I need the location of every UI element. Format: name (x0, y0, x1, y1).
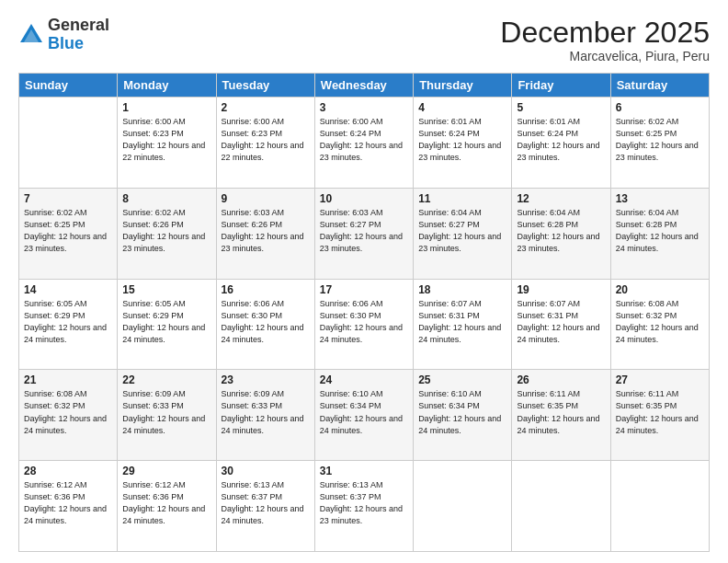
calendar-cell: 1Sunrise: 6:00 AMSunset: 6:23 PMDaylight… (118, 98, 216, 189)
calendar-cell: 28Sunrise: 6:12 AMSunset: 6:36 PMDayligh… (19, 461, 118, 552)
calendar-cell: 8Sunrise: 6:02 AMSunset: 6:26 PMDaylight… (118, 188, 216, 279)
calendar-cell: 15Sunrise: 6:05 AMSunset: 6:29 PMDayligh… (118, 279, 216, 370)
calendar-cell (19, 98, 118, 189)
day-number: 29 (122, 465, 210, 477)
calendar-cell: 6Sunrise: 6:02 AMSunset: 6:25 PMDaylight… (610, 98, 709, 189)
calendar-table: SundayMondayTuesdayWednesdayThursdayFrid… (18, 73, 710, 552)
title-block: December 2025 Marcavelica, Piura, Peru (500, 17, 710, 63)
calendar-week-5: 28Sunrise: 6:12 AMSunset: 6:36 PMDayligh… (19, 461, 710, 552)
weekday-header-friday: Friday (512, 74, 610, 98)
calendar-cell: 10Sunrise: 6:03 AMSunset: 6:27 PMDayligh… (314, 188, 413, 279)
day-number: 2 (222, 101, 310, 114)
calendar-cell: 13Sunrise: 6:04 AMSunset: 6:28 PMDayligh… (610, 188, 709, 279)
calendar-cell: 4Sunrise: 6:01 AMSunset: 6:24 PMDaylight… (414, 98, 512, 189)
day-info: Sunrise: 6:00 AMSunset: 6:24 PMDaylight:… (320, 116, 408, 164)
calendar-cell: 23Sunrise: 6:09 AMSunset: 6:33 PMDayligh… (216, 370, 314, 461)
day-info: Sunrise: 6:03 AMSunset: 6:27 PMDaylight:… (320, 207, 408, 255)
calendar-cell: 24Sunrise: 6:10 AMSunset: 6:34 PMDayligh… (314, 370, 413, 461)
day-info: Sunrise: 6:13 AMSunset: 6:37 PMDaylight:… (222, 479, 310, 527)
day-number: 17 (320, 283, 408, 296)
calendar-cell: 29Sunrise: 6:12 AMSunset: 6:36 PMDayligh… (118, 461, 216, 552)
day-number: 12 (517, 192, 605, 205)
calendar-cell: 26Sunrise: 6:11 AMSunset: 6:35 PMDayligh… (512, 370, 610, 461)
header: General Blue December 2025 Marcavelica, … (18, 17, 710, 63)
day-info: Sunrise: 6:01 AMSunset: 6:24 PMDaylight:… (517, 116, 605, 164)
day-info: Sunrise: 6:02 AMSunset: 6:26 PMDaylight:… (122, 207, 210, 255)
day-info: Sunrise: 6:12 AMSunset: 6:36 PMDaylight:… (122, 479, 210, 527)
day-info: Sunrise: 6:08 AMSunset: 6:32 PMDaylight:… (616, 298, 704, 346)
calendar-cell: 3Sunrise: 6:00 AMSunset: 6:24 PMDaylight… (314, 98, 413, 189)
day-info: Sunrise: 6:10 AMSunset: 6:34 PMDaylight:… (418, 388, 506, 436)
day-number: 4 (418, 101, 506, 114)
day-info: Sunrise: 6:06 AMSunset: 6:30 PMDaylight:… (320, 298, 408, 346)
day-info: Sunrise: 6:07 AMSunset: 6:31 PMDaylight:… (418, 298, 506, 346)
calendar-cell: 25Sunrise: 6:10 AMSunset: 6:34 PMDayligh… (414, 370, 512, 461)
day-number: 9 (222, 192, 310, 205)
month-title: December 2025 (500, 17, 710, 49)
day-info: Sunrise: 6:04 AMSunset: 6:28 PMDaylight:… (616, 207, 704, 255)
day-number: 19 (517, 283, 605, 296)
calendar-week-1: 1Sunrise: 6:00 AMSunset: 6:23 PMDaylight… (19, 98, 710, 189)
logo-text: General Blue (48, 17, 109, 53)
day-info: Sunrise: 6:08 AMSunset: 6:32 PMDaylight:… (24, 388, 112, 436)
day-info: Sunrise: 6:02 AMSunset: 6:25 PMDaylight:… (616, 116, 704, 164)
day-number: 7 (24, 192, 112, 205)
day-number: 5 (517, 101, 605, 114)
day-info: Sunrise: 6:00 AMSunset: 6:23 PMDaylight:… (122, 116, 210, 164)
day-info: Sunrise: 6:00 AMSunset: 6:23 PMDaylight:… (222, 116, 310, 164)
calendar-week-3: 14Sunrise: 6:05 AMSunset: 6:29 PMDayligh… (19, 279, 710, 370)
day-info: Sunrise: 6:10 AMSunset: 6:34 PMDaylight:… (320, 388, 408, 436)
calendar-cell: 20Sunrise: 6:08 AMSunset: 6:32 PMDayligh… (610, 279, 709, 370)
calendar-cell (512, 461, 610, 552)
day-info: Sunrise: 6:02 AMSunset: 6:25 PMDaylight:… (24, 207, 112, 255)
day-number: 24 (320, 373, 408, 386)
day-info: Sunrise: 6:11 AMSunset: 6:35 PMDaylight:… (517, 388, 605, 436)
day-number: 1 (122, 101, 210, 114)
day-number: 18 (418, 283, 506, 296)
calendar-cell (414, 461, 512, 552)
calendar-cell: 11Sunrise: 6:04 AMSunset: 6:27 PMDayligh… (414, 188, 512, 279)
day-number: 20 (616, 283, 704, 296)
day-number: 6 (616, 101, 704, 114)
day-number: 16 (222, 283, 310, 296)
calendar-week-2: 7Sunrise: 6:02 AMSunset: 6:25 PMDaylight… (19, 188, 710, 279)
day-number: 8 (122, 192, 210, 205)
day-info: Sunrise: 6:11 AMSunset: 6:35 PMDaylight:… (616, 388, 704, 436)
logo: General Blue (18, 17, 109, 53)
day-info: Sunrise: 6:05 AMSunset: 6:29 PMDaylight:… (24, 298, 112, 346)
calendar-cell: 2Sunrise: 6:00 AMSunset: 6:23 PMDaylight… (216, 98, 314, 189)
day-number: 23 (222, 373, 310, 386)
day-info: Sunrise: 6:05 AMSunset: 6:29 PMDaylight:… (122, 298, 210, 346)
day-number: 13 (616, 192, 704, 205)
calendar-week-4: 21Sunrise: 6:08 AMSunset: 6:32 PMDayligh… (19, 370, 710, 461)
weekday-header-sunday: Sunday (19, 74, 118, 98)
calendar-cell (610, 461, 709, 552)
weekday-header-thursday: Thursday (414, 74, 512, 98)
day-number: 27 (616, 373, 704, 386)
calendar-cell: 22Sunrise: 6:09 AMSunset: 6:33 PMDayligh… (118, 370, 216, 461)
calendar-cell: 19Sunrise: 6:07 AMSunset: 6:31 PMDayligh… (512, 279, 610, 370)
calendar-cell: 9Sunrise: 6:03 AMSunset: 6:26 PMDaylight… (216, 188, 314, 279)
day-number: 3 (320, 101, 408, 114)
day-info: Sunrise: 6:03 AMSunset: 6:26 PMDaylight:… (222, 207, 310, 255)
location-subtitle: Marcavelica, Piura, Peru (500, 49, 710, 63)
page: General Blue December 2025 Marcavelica, … (0, 0, 728, 563)
weekday-header-tuesday: Tuesday (216, 74, 314, 98)
calendar-cell: 16Sunrise: 6:06 AMSunset: 6:30 PMDayligh… (216, 279, 314, 370)
day-number: 11 (418, 192, 506, 205)
day-number: 31 (320, 465, 408, 477)
calendar-cell: 7Sunrise: 6:02 AMSunset: 6:25 PMDaylight… (19, 188, 118, 279)
weekday-header-monday: Monday (118, 74, 216, 98)
day-info: Sunrise: 6:09 AMSunset: 6:33 PMDaylight:… (222, 388, 310, 436)
weekday-header-row: SundayMondayTuesdayWednesdayThursdayFrid… (19, 74, 710, 98)
day-info: Sunrise: 6:06 AMSunset: 6:30 PMDaylight:… (222, 298, 310, 346)
day-number: 28 (24, 465, 112, 477)
day-info: Sunrise: 6:01 AMSunset: 6:24 PMDaylight:… (418, 116, 506, 164)
day-info: Sunrise: 6:07 AMSunset: 6:31 PMDaylight:… (517, 298, 605, 346)
calendar-cell: 5Sunrise: 6:01 AMSunset: 6:24 PMDaylight… (512, 98, 610, 189)
day-info: Sunrise: 6:13 AMSunset: 6:37 PMDaylight:… (320, 479, 408, 527)
calendar-cell: 27Sunrise: 6:11 AMSunset: 6:35 PMDayligh… (610, 370, 709, 461)
day-info: Sunrise: 6:09 AMSunset: 6:33 PMDaylight:… (122, 388, 210, 436)
day-number: 10 (320, 192, 408, 205)
day-number: 30 (222, 465, 310, 477)
